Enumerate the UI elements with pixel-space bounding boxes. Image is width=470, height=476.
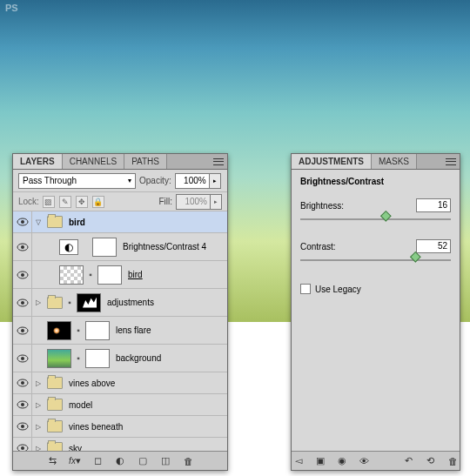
layer-thumb [59,265,84,285]
layer-mask-icon[interactable]: ◻ [91,454,104,468]
layer-lens-flare[interactable]: ▪ lens flare [13,317,227,345]
opacity-input[interactable]: 100% [175,173,210,189]
layer-name: bird [124,270,146,279]
expand-view-icon[interactable]: ▣ [313,454,326,468]
layer-name: background [112,353,164,363]
layer-name: vines beneath [65,422,126,432]
svg-point-19 [21,446,24,450]
layer-name: Brightness/Contrast 4 [119,242,210,251]
fx-icon[interactable]: fx▾ [68,454,82,468]
layer-group-adjustments[interactable]: ▷ ▪ adjustments [13,289,227,317]
brightness-slider[interactable] [300,215,451,227]
trash-icon[interactable]: 🗑 [446,454,460,468]
fill-popup-arrow[interactable]: ▸ [210,194,222,210]
mask-thumb [85,321,110,340]
link-icon[interactable]: ▪ [65,298,74,307]
fill-label: Fill: [158,197,172,206]
tab-channels[interactable]: CHANNELS [63,154,124,169]
link-icon[interactable]: ▪ [86,270,95,279]
layer-name: vines above [65,379,118,388]
adjustment-layer-icon[interactable]: ◐ [113,454,127,468]
disclosure-triangle[interactable]: ▷ [32,401,44,409]
blend-opacity-row: Pass Through ▾ Opacity: 100% ▸ [13,170,227,192]
folder-icon [47,399,63,411]
layer-group-bird[interactable]: ▽ bird [13,211,227,233]
layers-panel: LAYERS CHANNELS PATHS Pass Through ▾ Opa… [12,153,228,471]
visibility-toggle[interactable] [13,372,32,393]
layers-tabs: LAYERS CHANNELS PATHS [13,154,227,170]
visibility-toggle[interactable] [13,394,32,415]
layer-group-vines-above[interactable]: ▷ vines above [13,372,227,394]
visibility-toggle[interactable] [13,289,32,316]
contrast-label: Contrast: [300,242,336,251]
mask-thumb [77,293,101,312]
layer-background[interactable]: ▪ background [13,345,227,372]
svg-point-5 [21,273,24,277]
reset-icon[interactable]: ⟲ [424,454,437,468]
folder-icon [47,377,63,389]
layer-bird-bitmap[interactable]: ▪ bird [13,261,227,289]
toggle-visibility-icon[interactable]: 👁 [358,454,371,468]
lock-transparent-icon[interactable]: ▨ [43,196,55,208]
blend-mode-value: Pass Through [23,176,77,185]
lock-position-icon[interactable]: ✥ [76,196,88,208]
svg-point-1 [21,220,24,224]
opacity-popup-arrow[interactable]: ▸ [209,173,221,189]
group-icon[interactable]: ▢ [136,454,150,468]
disclosure-triangle[interactable]: ▽ [32,218,44,226]
layer-group-vines-beneath[interactable]: ▷ vines beneath [13,416,227,438]
adjustment-title: Brightness/Contrast [300,177,451,186]
svg-point-3 [21,245,24,249]
visibility-toggle[interactable] [13,261,32,288]
adjustments-panel: ADJUSTMENTS MASKS Brightness/Contrast Br… [291,153,460,471]
mask-thumb [92,238,117,257]
clip-to-layer-icon[interactable]: ◉ [336,454,349,468]
disclosure-triangle[interactable]: ▷ [32,379,44,387]
brightness-input[interactable]: 16 [416,198,451,212]
return-to-list-icon[interactable]: ◅ [292,454,305,468]
new-layer-icon[interactable]: ◫ [158,454,172,468]
visibility-toggle[interactable] [13,416,32,437]
svg-point-7 [21,301,24,305]
fill-input[interactable]: 100% [176,194,211,210]
svg-point-17 [21,425,24,428]
blend-mode-select[interactable]: Pass Through ▾ [18,173,136,189]
layer-name: bird [65,218,89,227]
tab-masks[interactable]: MASKS [372,154,417,169]
layer-group-model[interactable]: ▷ model [13,394,227,416]
tab-paths[interactable]: PATHS [124,154,167,169]
visibility-toggle[interactable] [13,345,32,372]
layer-brightness-contrast-4[interactable]: Brightness/Contrast 4 [13,233,227,261]
adjustment-thumb [59,239,78,255]
use-legacy-label: Use Legacy [315,285,361,294]
svg-point-9 [21,329,24,332]
chevron-down-icon: ▾ [128,177,131,184]
link-layers-icon[interactable]: ⇆ [45,454,59,468]
folder-icon [47,420,63,432]
visibility-toggle[interactable] [13,317,32,344]
visibility-toggle[interactable] [13,233,32,260]
folder-icon [47,216,63,228]
layer-name: adjustments [104,298,158,307]
lock-all-icon[interactable]: 🔒 [92,196,104,208]
view-previous-icon[interactable]: ↶ [402,454,415,468]
link-icon[interactable]: ▪ [74,353,83,363]
use-legacy-checkbox[interactable] [300,284,311,294]
disclosure-triangle[interactable]: ▷ [32,423,44,431]
lock-pixels-icon[interactable]: ✎ [59,196,71,208]
tab-layers[interactable]: LAYERS [13,154,63,169]
panel-menu-button[interactable] [210,154,227,169]
panel-menu-button[interactable] [442,154,460,169]
tab-adjustments[interactable]: ADJUSTMENTS [292,154,372,169]
layer-name: lens flare [112,325,155,335]
contrast-input[interactable]: 52 [416,239,451,253]
layer-name: model [65,400,96,410]
trash-icon[interactable]: 🗑 [181,454,195,468]
visibility-toggle[interactable] [13,211,32,232]
svg-point-15 [21,403,24,406]
svg-point-13 [21,381,24,385]
brightness-label: Brightness: [300,201,344,211]
disclosure-triangle[interactable]: ▷ [32,298,44,306]
link-icon[interactable]: ▪ [74,325,83,335]
contrast-slider[interactable] [300,256,451,268]
